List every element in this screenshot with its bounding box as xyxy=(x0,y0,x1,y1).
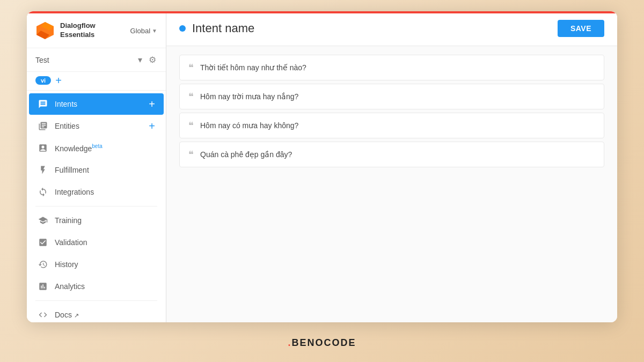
sidebar-item-integrations[interactable]: Integrations xyxy=(29,181,164,203)
sidebar-item-entities-label: Entities xyxy=(55,122,142,130)
sidebar-item-history-label: History xyxy=(55,260,155,269)
phrase-row: ❝ Hôm nay có mưa hay không? xyxy=(179,113,604,138)
save-button[interactable]: SAVE xyxy=(558,20,604,37)
sidebar-item-validation-label: Validation xyxy=(55,238,155,247)
phrase-row: ❝ Thời tiết hôm nay như thế nào? xyxy=(179,55,604,80)
footer-brand: .BENOCODE xyxy=(288,331,356,351)
intent-name-input[interactable] xyxy=(192,21,551,35)
intent-status-dot xyxy=(179,25,186,32)
sidebar-item-training[interactable]: Training xyxy=(29,210,164,231)
sidebar-item-fulfillment[interactable]: Fulfillment xyxy=(29,159,164,181)
sidebar-item-docs[interactable]: Docs ↗ xyxy=(29,304,164,322)
add-entity-button[interactable]: + xyxy=(149,121,155,131)
phrase-text: Quán cà phê đẹp gần đây? xyxy=(200,150,292,159)
nav-divider-2 xyxy=(35,300,157,301)
sidebar-item-entities[interactable]: Entities + xyxy=(29,115,164,137)
analytics-icon xyxy=(38,281,48,292)
lang-row: vi + xyxy=(27,72,166,91)
chevron-down-icon: ▼ xyxy=(152,28,157,34)
sidebar-item-knowledge[interactable]: Knowledgebeta xyxy=(29,137,164,159)
nav-divider xyxy=(35,206,157,206)
sidebar-item-docs-label: Docs ↗ xyxy=(55,311,155,319)
sidebar-item-validation[interactable]: Validation xyxy=(29,232,164,253)
test-label: Test xyxy=(35,56,137,64)
sidebar-item-intents[interactable]: Intents + xyxy=(29,93,164,115)
history-icon xyxy=(38,259,48,270)
sidebar-item-analytics[interactable]: Analytics xyxy=(29,276,164,297)
sidebar-item-knowledge-label: Knowledgebeta xyxy=(55,143,155,153)
quote-icon: ❝ xyxy=(188,62,194,73)
test-dropdown-button[interactable]: ▾ xyxy=(137,54,143,66)
quote-icon: ❝ xyxy=(188,91,194,102)
sidebar-item-fulfillment-label: Fulfillment xyxy=(55,166,155,174)
quote-icon: ❝ xyxy=(188,149,194,160)
sidebar: Dialogflow Essentials Global ▼ Test ▾ ⚙ … xyxy=(27,11,166,322)
validation-icon xyxy=(38,237,48,248)
phrase-row: ❝ Quán cà phê đẹp gần đây? xyxy=(179,142,604,167)
brand-dot: . xyxy=(288,337,291,348)
phrase-text: Hôm nay trời mưa hay nắng? xyxy=(200,92,298,101)
sidebar-item-integrations-label: Integrations xyxy=(55,188,155,196)
quote-icon: ❝ xyxy=(188,120,194,131)
integrations-icon xyxy=(38,187,48,197)
add-intent-button[interactable]: + xyxy=(149,99,155,109)
test-row: Test ▾ ⚙ xyxy=(27,48,166,72)
intent-header: SAVE xyxy=(166,11,617,46)
knowledge-icon xyxy=(38,143,48,153)
sidebar-item-analytics-label: Analytics xyxy=(55,282,155,291)
add-lang-button[interactable]: + xyxy=(55,75,62,86)
app-window: Dialogflow Essentials Global ▼ Test ▾ ⚙ … xyxy=(27,11,617,322)
lang-badge[interactable]: vi xyxy=(35,76,51,85)
global-selector[interactable]: Global ▼ xyxy=(130,27,157,35)
logo-text: Dialogflow Essentials xyxy=(60,21,96,40)
test-settings-button[interactable]: ⚙ xyxy=(148,54,157,66)
phrase-text: Thời tiết hôm nay như thế nào? xyxy=(200,63,306,72)
sidebar-header: Dialogflow Essentials Global ▼ xyxy=(27,13,166,48)
nav-section: Intents + Entities + xyxy=(27,91,166,322)
training-icon xyxy=(38,215,48,226)
top-bar xyxy=(27,11,617,13)
phrases-area: ❝ Thời tiết hôm nay như thế nào? ❝ Hôm n… xyxy=(166,46,617,322)
docs-icon xyxy=(38,309,48,320)
main-content: SAVE ❝ Thời tiết hôm nay như thế nào? ❝ … xyxy=(166,11,617,322)
chat-bubble-icon xyxy=(38,99,48,109)
sidebar-item-history[interactable]: History xyxy=(29,254,164,275)
phrase-row: ❝ Hôm nay trời mưa hay nắng? xyxy=(179,84,604,109)
dialogflow-logo xyxy=(35,21,55,40)
bolt-icon xyxy=(38,165,48,175)
sidebar-item-training-label: Training xyxy=(55,216,155,225)
sidebar-item-intents-label: Intents xyxy=(55,100,142,108)
entity-icon xyxy=(38,121,48,131)
phrase-text: Hôm nay có mưa hay không? xyxy=(200,121,298,130)
